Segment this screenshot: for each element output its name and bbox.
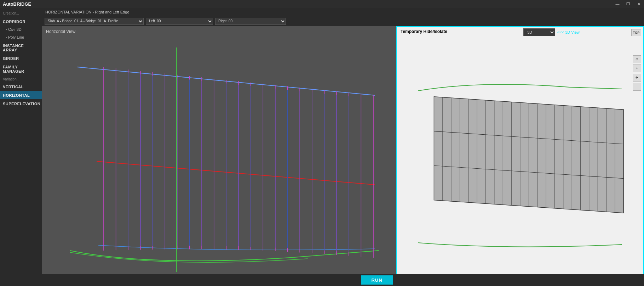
top-view-button[interactable]: TOP bbox=[631, 29, 641, 36]
window-controls: — ❐ ✕ bbox=[612, 0, 644, 8]
sidebar-item-polyline[interactable]: Poly Line bbox=[0, 33, 42, 41]
sidebar: Creation... CORRIDOR Civil 3D Poly Line … bbox=[0, 8, 42, 286]
app-title: AutoBRIDGE bbox=[3, 1, 31, 7]
left-view: Horizontal View bbox=[42, 26, 396, 286]
zoom-plus-button[interactable]: + bbox=[633, 65, 641, 72]
profile-dropdown[interactable]: Slab_A - Bridge_01_A - Bridge_01_A_Profi… bbox=[45, 18, 144, 25]
sidebar-item-civil3d[interactable]: Civil 3D bbox=[0, 26, 42, 33]
restore-button[interactable]: ❐ bbox=[623, 0, 633, 8]
right-view: 3D <<< 3D View Temporary Hide/Isolate TO… bbox=[396, 26, 644, 286]
sidebar-item-horizontal[interactable]: HORIZONTAL bbox=[0, 91, 42, 99]
sidebar-item-superelevation[interactable]: SUPERELEVATION bbox=[0, 99, 42, 108]
minimize-button[interactable]: — bbox=[612, 0, 623, 8]
view-mode-dropdown[interactable]: 3D bbox=[523, 28, 555, 36]
views-container: Horizontal View 3D <<< 3D View Temporary… bbox=[42, 26, 644, 286]
close-button[interactable]: ✕ bbox=[633, 0, 644, 8]
window-title: HORIZONTAL VARIATION - Right and Left Ed… bbox=[45, 10, 129, 14]
right-side-controls: ⊙ + ✥ - bbox=[633, 55, 641, 91]
sidebar-item-girder[interactable]: GIRDER bbox=[0, 54, 42, 62]
sidebar-item-vertical[interactable]: VERTICAL bbox=[0, 82, 42, 91]
left-dropdown[interactable]: Left_00 bbox=[146, 18, 213, 25]
right-dropdown[interactable]: Right_00 bbox=[215, 18, 286, 25]
pan-button[interactable]: ✥ bbox=[633, 74, 641, 82]
main-layout: Creation... CORRIDOR Civil 3D Poly Line … bbox=[0, 8, 644, 286]
temporary-hide-label: Temporary Hide/Isolate bbox=[401, 29, 447, 34]
sidebar-item-family-manager[interactable]: Family Manager bbox=[0, 62, 42, 75]
variation-label: Variation... bbox=[0, 75, 42, 82]
sidebar-item-instance-array[interactable]: INSTANCE ARRAY bbox=[0, 41, 42, 54]
sidebar-item-corridor[interactable]: CORRIDOR bbox=[0, 17, 42, 26]
bottom-bar: RUN bbox=[42, 274, 644, 286]
creation-label: Creation... bbox=[0, 9, 42, 16]
horizontal-view-label: Horizontal View bbox=[46, 29, 75, 34]
titlebar: AutoBRIDGE — ❐ ✕ bbox=[0, 0, 644, 8]
subheader: HORIZONTAL VARIATION - Right and Left Ed… bbox=[42, 8, 644, 16]
zoom-minus-button[interactable]: - bbox=[633, 83, 641, 91]
toolbar: Slab_A - Bridge_01_A - Bridge_01_A_Profi… bbox=[42, 16, 644, 26]
horizontal-canvas bbox=[42, 26, 396, 286]
run-button[interactable]: RUN bbox=[361, 275, 393, 285]
content-area: HORIZONTAL VARIATION - Right and Left Ed… bbox=[42, 8, 644, 286]
view3d-button[interactable]: <<< 3D View bbox=[557, 30, 580, 34]
3d-canvas bbox=[397, 27, 643, 285]
view3d-toolbar: 3D <<< 3D View bbox=[523, 28, 580, 36]
orbit-button[interactable]: ⊙ bbox=[633, 55, 641, 63]
